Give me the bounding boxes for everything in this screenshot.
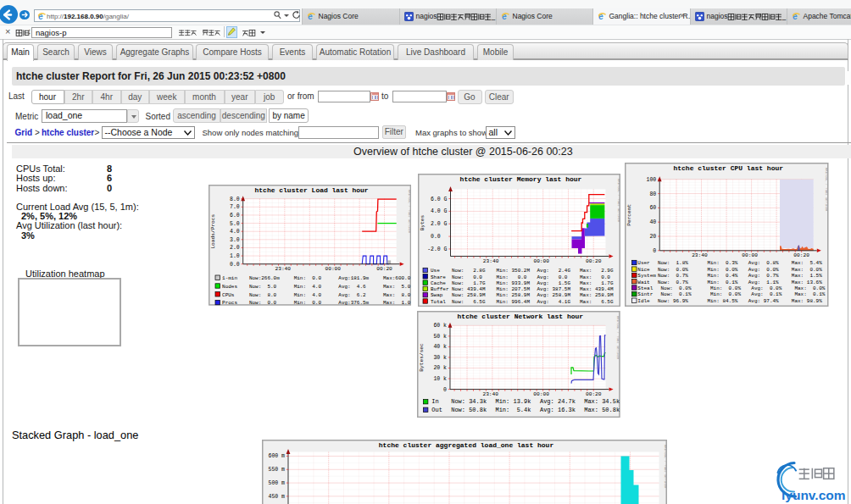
svg-text:Max: 1.7G: Max: 1.7G: [579, 280, 613, 286]
svg-text:0.0: 0.0: [230, 262, 240, 268]
svg-text:600 m: 600 m: [268, 453, 285, 459]
svg-text:00:20: 00:20: [793, 252, 809, 258]
svg-text:Buffer: Buffer: [431, 286, 449, 292]
svg-text:Avg: 0.0: Avg: 0.0: [537, 274, 567, 280]
svg-text:40: 40: [649, 219, 656, 225]
svg-text:20 k: 20 k: [433, 366, 447, 372]
svg-text:Wait: Wait: [637, 279, 649, 285]
svg-text:23:40: 23:40: [482, 391, 498, 397]
svg-text:00:00: 00:00: [742, 252, 758, 258]
svg-text:Out: Out: [431, 407, 442, 413]
svg-text:10 k: 10 k: [433, 376, 447, 382]
svg-text:Loads/Procs: Loads/Procs: [211, 214, 217, 249]
svg-text:Min: 0.0: Min: 0.0: [294, 275, 322, 281]
svg-text:Min: 0.0%: Min: 0.0%: [707, 291, 741, 297]
svg-text:Avg: 1.5G: Avg: 1.5G: [537, 280, 570, 286]
svg-text:CPUs: CPUs: [222, 292, 235, 298]
svg-text:Min: 0.3%: Min: 0.3%: [707, 260, 737, 266]
svg-text:Swap: Swap: [431, 292, 443, 298]
svg-text:Now: 6.5G: Now: 6.5G: [452, 299, 486, 305]
svg-text:Avg: 6.2: Avg: 6.2: [339, 292, 367, 298]
svg-text:23:40: 23:40: [482, 258, 498, 264]
svg-text:00:00: 00:00: [533, 258, 549, 264]
svg-text:6.0: 6.0: [230, 213, 240, 219]
svg-text:Now: 8.0: Now: 8.0: [249, 292, 277, 298]
svg-text:Now: 2.8G: Now: 2.8G: [452, 268, 486, 274]
svg-text:Max: 50.8k: Max: 50.8k: [584, 407, 620, 413]
svg-text:Idle: Idle: [637, 298, 650, 304]
svg-text:Max: 34.5k: Max: 34.5k: [584, 399, 620, 406]
svg-text:Max: 258.9M: Max: 258.9M: [579, 292, 613, 298]
svg-text:4.0: 4.0: [230, 229, 240, 235]
svg-text:Avg: 0.0%: Avg: 0.0%: [748, 266, 779, 272]
svg-text:20: 20: [649, 234, 656, 240]
svg-text:Max: 439.4M: Max: 439.4M: [579, 286, 613, 292]
svg-text:6.0 G: 6.0 G: [427, 197, 447, 202]
svg-text:Now: 5.0: Now: 5.0: [249, 284, 277, 290]
svg-text:500 m: 500 m: [268, 480, 285, 486]
svg-text:Now: 50.8k: Now: 50.8k: [451, 407, 487, 413]
svg-text:Max: 98.9%: Max: 98.9%: [792, 298, 822, 304]
svg-text:0.0: 0.0: [427, 234, 447, 240]
svg-text:60 k: 60 k: [433, 323, 447, 329]
svg-text:Now:266.0m: Now:266.0m: [249, 275, 280, 281]
svg-text:Now: 1.7G: Now: 1.7G: [452, 280, 486, 286]
svg-text:50 k: 50 k: [433, 334, 447, 340]
svg-text:Avg:376.5m: Avg:376.5m: [339, 301, 370, 306]
svg-text:Now: 0.7%: Now: 0.7%: [658, 279, 688, 285]
svg-text:23:40: 23:40: [275, 266, 292, 272]
svg-text:40 k: 40 k: [433, 345, 447, 351]
svg-text:Min: 5.4k: Min: 5.4k: [495, 407, 531, 413]
svg-text:Max: 0.0%: Max: 0.0%: [792, 266, 822, 272]
svg-text:Sintr: Sintr: [637, 291, 653, 297]
svg-text:Now: 96.9%: Now: 96.9%: [658, 298, 688, 304]
svg-text:00:20: 00:20: [586, 391, 602, 397]
svg-text:Min: 207.5M: Min: 207.5M: [496, 286, 530, 292]
svg-text:Min: 0.4%: Min: 0.4%: [707, 273, 737, 279]
svg-text:Avg: 4.1G: Avg: 4.1G: [537, 299, 570, 305]
svg-text:00:00: 00:00: [325, 266, 342, 272]
svg-text:Avg: 1.1%: Avg: 1.1%: [748, 279, 779, 285]
svg-text:System: System: [637, 273, 656, 279]
svg-text:Now: 258.9M: Now: 258.9M: [452, 292, 486, 298]
svg-text:Avg: 258.9M: Avg: 258.9M: [537, 292, 570, 298]
svg-text:Now: 0.0: Now: 0.0: [249, 301, 277, 306]
svg-text:Now: 0.0: Now: 0.0: [452, 274, 482, 280]
svg-text:4.0 G: 4.0 G: [427, 208, 447, 214]
svg-text:Avg: 2.4G: Avg: 2.4G: [537, 268, 570, 274]
svg-text:30 k: 30 k: [433, 355, 447, 361]
svg-text:Max: 5.0: Max: 5.0: [383, 284, 411, 290]
svg-text:RRDTOOL / TOBI OETIKER: RRDTOOL / TOBI OETIKER: [616, 179, 620, 223]
svg-text:Now: 0.7%: Now: 0.7%: [658, 273, 688, 279]
svg-text:450 m: 450 m: [268, 494, 285, 500]
svg-text:Min: 996.4M: Min: 996.4M: [496, 299, 530, 305]
svg-text:Avg: 387.5M: Avg: 387.5M: [537, 286, 570, 292]
svg-text:Max: 8.0: Max: 8.0: [383, 292, 411, 298]
svg-text:Min: 0.0: Min: 0.0: [496, 274, 526, 280]
svg-text:Max: 2.9G: Max: 2.9G: [579, 268, 613, 274]
svg-text:1.0: 1.0: [230, 253, 240, 259]
svg-text:Max:600.0: Max:600.0: [383, 275, 411, 281]
svg-text:7.0: 7.0: [230, 205, 240, 211]
svg-text:Now: 0.1%: Now: 0.1%: [658, 291, 692, 297]
svg-text:23:40: 23:40: [692, 252, 708, 258]
svg-text:htche cluster Memory last hour: htche cluster Memory last hour: [459, 175, 581, 183]
svg-text:iyunv.com: iyunv.com: [781, 488, 846, 502]
svg-text:Share: Share: [431, 274, 446, 280]
svg-text:00:00: 00:00: [533, 391, 549, 397]
svg-text:Percent: Percent: [627, 203, 633, 225]
svg-text:Max: 1.5%: Max: 1.5%: [792, 273, 822, 279]
svg-text:Total: Total: [431, 299, 446, 305]
svg-text:00:20: 00:20: [585, 258, 601, 264]
svg-text:5.0: 5.0: [230, 221, 240, 227]
svg-text:htche cluster Load last hour: htche cluster Load last hour: [255, 186, 369, 194]
svg-text:Max: 0.0: Max: 0.0: [579, 274, 609, 280]
svg-text:2.0 G: 2.0 G: [427, 221, 447, 227]
svg-text:Max: 5.4%: Max: 5.4%: [792, 260, 822, 266]
svg-text:Steal: Steal: [637, 285, 653, 291]
svg-text:Avg: 0.0%: Avg: 0.0%: [748, 285, 782, 291]
svg-text:In: In: [431, 399, 438, 406]
svg-text:User: User: [637, 260, 650, 266]
svg-text:RRDTOOL / TOBI OETIKER: RRDTOOL / TOBI OETIKER: [825, 168, 828, 212]
svg-text:htche cluster CPU last hour: htche cluster CPU last hour: [673, 164, 783, 172]
